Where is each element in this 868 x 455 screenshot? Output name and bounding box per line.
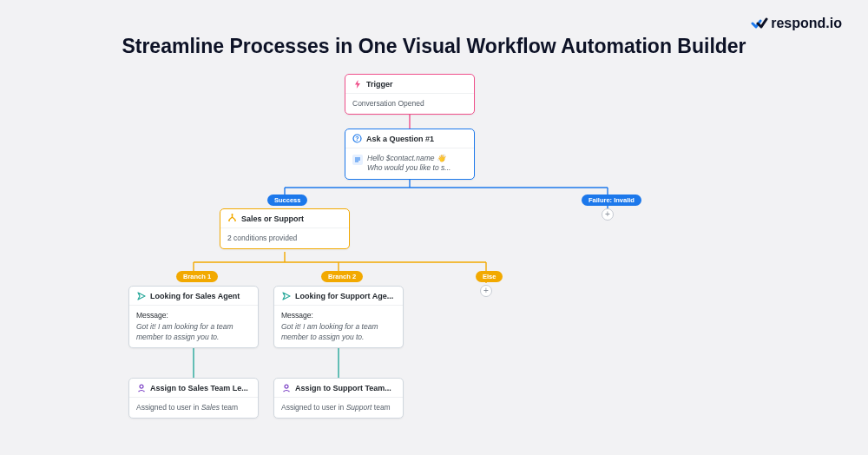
pill-branch2: Branch 2	[321, 271, 363, 282]
brand-name: respond.io	[771, 16, 842, 31]
user-icon	[136, 383, 146, 392]
node-assign-support[interactable]: Assign to Support Team... Assigned to us…	[273, 378, 404, 419]
msg-support-title: Looking for Support Age...	[295, 292, 393, 300]
branch-body: 2 conditions provided	[220, 228, 349, 248]
send-icon	[281, 291, 291, 300]
node-assign-sales[interactable]: Assign to Sales Team Le... Assigned to u…	[128, 378, 259, 419]
question-title: Ask a Question #1	[366, 135, 434, 143]
svg-point-8	[140, 385, 143, 388]
svg-point-7	[234, 220, 236, 221]
pill-success: Success	[267, 195, 307, 206]
send-icon	[136, 291, 146, 300]
msg-sales-title: Looking for Sales Agent	[150, 292, 240, 300]
trigger-body: Conversation Opened	[345, 93, 474, 114]
pill-failure: Failure: Invalid	[582, 195, 641, 206]
svg-rect-2	[355, 158, 360, 159]
lightning-icon	[352, 79, 362, 89]
svg-rect-4	[355, 162, 358, 162]
svg-rect-3	[355, 160, 360, 161]
pill-else: Else	[476, 271, 503, 282]
pill-branch1: Branch 1	[176, 271, 218, 282]
brand-logo: respond.io	[751, 16, 842, 31]
node-question[interactable]: ? Ask a Question #1 Hello $contact.name …	[345, 129, 475, 180]
node-msg-sales[interactable]: Looking for Sales Agent Message: Got it!…	[128, 286, 259, 348]
svg-point-9	[285, 385, 288, 388]
add-node-button-else[interactable]: +	[480, 285, 492, 297]
branch-icon	[227, 214, 237, 223]
trigger-title: Trigger	[366, 80, 393, 89]
add-node-button-failure[interactable]: +	[602, 208, 614, 221]
brand-check-icon	[751, 16, 768, 30]
svg-point-5	[232, 214, 233, 215]
node-trigger[interactable]: Trigger Conversation Opened	[345, 74, 475, 115]
message-lines-icon	[352, 155, 363, 165]
node-msg-support[interactable]: Looking for Support Age... Message: Got …	[273, 286, 404, 348]
msg-support-text: Got it! I am looking for a team member t…	[281, 322, 396, 342]
question-icon: ?	[352, 134, 362, 143]
msg-sales-label: Message:	[136, 311, 251, 320]
question-body: Hello $contact.name 👋 Who would you like…	[367, 154, 450, 174]
branch-title: Sales or Support	[241, 214, 304, 223]
msg-support-label: Message:	[281, 311, 396, 320]
node-branch[interactable]: Sales or Support 2 conditions provided	[220, 208, 350, 249]
svg-text:?: ?	[355, 135, 358, 142]
assign-sales-body: Assigned to user in Sales team	[129, 397, 258, 418]
page-title: Streamline Processes in One Visual Workf…	[0, 35, 868, 58]
assign-sales-title: Assign to Sales Team Le...	[150, 384, 248, 392]
msg-sales-text: Got it! I am looking for a team member t…	[136, 322, 251, 342]
assign-support-body: Assigned to user in Support team	[274, 397, 403, 418]
user-icon	[281, 383, 291, 392]
svg-point-6	[228, 220, 230, 221]
assign-support-title: Assign to Support Team...	[295, 384, 391, 392]
